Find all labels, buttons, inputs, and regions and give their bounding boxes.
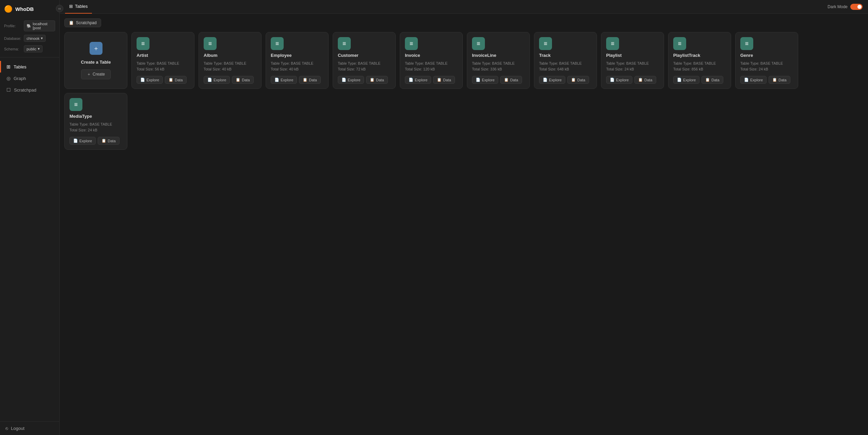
playlist-data-button[interactable]: 📋Data <box>634 76 656 84</box>
genre-meta: Table Type: BASE TABLE Total Size: 24 kB <box>740 61 793 72</box>
table-card-genre[interactable]: ≡ Genre Table Type: BASE TABLE Total Siz… <box>735 32 798 89</box>
explore-icon: 📄 <box>543 78 548 82</box>
profile-label: Profile: <box>4 24 22 28</box>
mediatype-title: MediaType <box>69 114 122 119</box>
artist-explore-button[interactable]: 📄Explore <box>137 76 163 84</box>
table-card-playlist[interactable]: ≡ Playlist Table Type: BASE TABLE Total … <box>601 32 664 89</box>
app-logo: 🟠 WhoDB <box>0 0 59 18</box>
invoiceline-explore-button[interactable]: 📄Explore <box>472 76 498 84</box>
data-icon: 📋 <box>169 78 173 82</box>
playlist-explore-button[interactable]: 📄Explore <box>606 76 632 84</box>
mediatype-data-button[interactable]: 📋Data <box>98 137 119 145</box>
data-icon: 📋 <box>236 78 240 82</box>
scratchpad-button[interactable]: 📋 Scratchpad <box>64 18 101 27</box>
data-icon: 📋 <box>437 78 442 82</box>
playlist-meta: Table Type: BASE TABLE Total Size: 24 kB <box>606 61 659 72</box>
profile-value[interactable]: 🐘 localhost [post <box>24 20 55 31</box>
logout-icon: ⎋ <box>5 426 8 431</box>
album-title: Album <box>204 53 256 58</box>
employee-actions: 📄Explore 📋Data <box>271 76 323 84</box>
logout-button[interactable]: ⎋ Logout <box>5 426 54 431</box>
explore-icon: 📄 <box>274 78 279 82</box>
playlisttrack-title: PlaylistTrack <box>673 53 726 58</box>
employee-explore-button[interactable]: 📄Explore <box>271 76 297 84</box>
tables-label: Tables <box>14 64 27 69</box>
invoice-explore-button[interactable]: 📄Explore <box>405 76 431 84</box>
invoice-title: Invoice <box>405 53 458 58</box>
table-card-mediatype[interactable]: ≡ MediaType Table Type: BASE TABLE Total… <box>64 93 127 150</box>
sidebar-item-graph[interactable]: ◎ Graph <box>0 72 59 84</box>
album-meta: Table Type: BASE TABLE Total Size: 40 kB <box>204 61 256 72</box>
album-data-button[interactable]: 📋Data <box>232 76 253 84</box>
table-card-invoiceline[interactable]: ≡ InvoiceLine Table Type: BASE TABLE Tot… <box>467 32 530 89</box>
playlisttrack-actions: 📄Explore 📋Data <box>673 76 726 84</box>
database-text: chinook <box>27 36 40 41</box>
data-icon: 📋 <box>504 78 509 82</box>
customer-data-button[interactable]: 📋Data <box>366 76 388 84</box>
genre-table-icon: ≡ <box>740 37 753 50</box>
table-card-artist[interactable]: ≡ Artist Table Type: BASE TABLE Total Si… <box>131 32 194 89</box>
data-icon: 📋 <box>370 78 375 82</box>
table-card-invoice[interactable]: ≡ Invoice Table Type: BASE TABLE Total S… <box>400 32 463 89</box>
data-icon: 📋 <box>638 78 643 82</box>
create-table-icon: ＋ <box>90 42 102 55</box>
database-select[interactable]: chinook ▾ <box>24 35 46 42</box>
schema-select[interactable]: public ▾ <box>24 45 43 52</box>
artist-table-icon: ≡ <box>137 37 149 50</box>
artist-meta: Table Type: BASE TABLE Total Size: 56 kB <box>137 61 189 72</box>
invoiceline-title: InvoiceLine <box>472 53 525 58</box>
artist-data-button[interactable]: 📋Data <box>165 76 186 84</box>
employee-data-button[interactable]: 📋Data <box>299 76 320 84</box>
playlist-table-icon: ≡ <box>606 37 619 50</box>
table-card-playlisttrack[interactable]: ≡ PlaylistTrack Table Type: BASE TABLE T… <box>668 32 731 89</box>
track-title: Track <box>539 53 592 58</box>
table-card-customer[interactable]: ≡ Customer Table Type: BASE TABLE Total … <box>333 32 396 89</box>
scratchpad-btn-icon: 📋 <box>69 20 74 25</box>
customer-explore-button[interactable]: 📄Explore <box>338 76 364 84</box>
data-icon: 📋 <box>101 139 106 143</box>
track-explore-button[interactable]: 📄Explore <box>539 76 565 84</box>
playlisttrack-explore-button[interactable]: 📄Explore <box>673 76 699 84</box>
customer-table-icon: ≡ <box>338 37 351 50</box>
logout-label: Logout <box>11 426 25 431</box>
app-name: WhoDB <box>15 6 34 12</box>
dark-mode-toggle[interactable] <box>850 4 863 10</box>
mediatype-explore-button[interactable]: 📄Explore <box>69 137 96 145</box>
invoice-data-button[interactable]: 📋Data <box>433 76 455 84</box>
playlisttrack-data-button[interactable]: 📋Data <box>701 76 723 84</box>
table-card-employee[interactable]: ≡ Employee Table Type: BASE TABLE Total … <box>266 32 329 89</box>
invoiceline-meta: Table Type: BASE TABLE Total Size: 336 k… <box>472 61 525 72</box>
sidebar-item-tables[interactable]: ⊞ Tables <box>0 61 59 72</box>
explore-icon: 📄 <box>140 78 145 82</box>
mediatype-actions: 📄Explore 📋Data <box>69 137 122 145</box>
db-icon: 🐘 <box>27 24 31 28</box>
create-button[interactable]: ＋ Create <box>81 69 111 79</box>
data-icon: 📋 <box>705 78 710 82</box>
table-card-track[interactable]: ≡ Track Table Type: BASE TABLE Total Siz… <box>534 32 597 89</box>
create-table-card[interactable]: ＋ Create a Table ＋ Create <box>64 32 127 89</box>
sidebar-item-scratchpad[interactable]: ☐ Scratchpad <box>0 84 59 96</box>
sidebar: ‹‹ 🟠 WhoDB Profile: 🐘 localhost [post Da… <box>0 0 60 435</box>
genre-explore-button[interactable]: 📄Explore <box>740 76 767 84</box>
album-explore-button[interactable]: 📄Explore <box>204 76 230 84</box>
tables-grid: ＋ Create a Table ＋ Create ≡ Artist Table… <box>64 32 863 150</box>
artist-title: Artist <box>137 53 189 58</box>
chevron-down-icon: ▾ <box>41 36 43 41</box>
track-data-button[interactable]: 📋Data <box>567 76 589 84</box>
genre-data-button[interactable]: 📋Data <box>769 76 790 84</box>
schema-row: Schema: public ▾ <box>4 45 55 52</box>
table-card-album[interactable]: ≡ Album Table Type: BASE TABLE Total Siz… <box>199 32 262 89</box>
employee-table-icon: ≡ <box>271 37 284 50</box>
scratchpad-icon: ☐ <box>6 87 11 93</box>
playlisttrack-meta: Table Type: BASE TABLE Total Size: 856 k… <box>673 61 726 72</box>
logo-icon: 🟠 <box>4 5 13 13</box>
track-actions: 📄Explore 📋Data <box>539 76 592 84</box>
explore-icon: 📄 <box>677 78 682 82</box>
tab-tables[interactable]: ⊞ Tables <box>65 0 92 14</box>
explore-icon: 📄 <box>744 78 749 82</box>
scratchpad-bar: 📋 Scratchpad <box>64 18 863 27</box>
playlist-title: Playlist <box>606 53 659 58</box>
collapse-sidebar-button[interactable]: ‹‹ <box>56 5 63 12</box>
invoiceline-data-button[interactable]: 📋Data <box>500 76 522 84</box>
album-actions: 📄Explore 📋Data <box>204 76 256 84</box>
